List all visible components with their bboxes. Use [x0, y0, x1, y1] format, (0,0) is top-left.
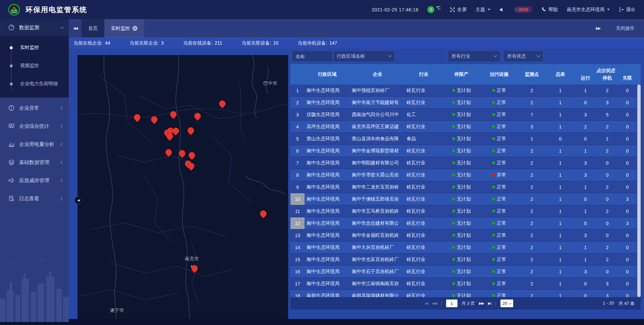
cell-industry: 砖瓦行业 — [405, 278, 442, 289]
pagination-summary: 1 - 20 共 47 条 — [603, 301, 635, 307]
table-row[interactable]: 17 阆中生态环境局 阆中市江南镇阆南页岩 砖瓦行业 无计划 — [290, 278, 637, 290]
last-page-button[interactable]: ▶| — [488, 301, 491, 306]
bell-icon — [514, 7, 519, 12]
cell-monitor-count: 2 — [518, 217, 546, 229]
status-dot-icon — [492, 161, 495, 164]
status-filter-select[interactable]: 所有状态 — [503, 51, 543, 62]
sidebar-item-video-monitoring[interactable]: 视频监控 — [0, 57, 69, 75]
industry-filter-select[interactable]: 所有行业 — [448, 51, 500, 62]
region-filter-select[interactable]: 行政区域名称 — [333, 51, 395, 62]
table-header: 行政区域 企业 行业 停限产 治污设施 监测点 总表 点位状态 运行 停机 失联 — [290, 64, 641, 85]
prev-page-button[interactable]: ◀◀ — [432, 301, 437, 306]
sidebar-item-power-load-detail[interactable]: 企业电力负荷明细 — [0, 75, 69, 93]
cell-plan-status: 无计划 — [442, 241, 481, 253]
sidebar-item-emergency-reduction[interactable]: 应急减排管理 — [0, 171, 69, 189]
table-row[interactable]: 1 阆中生态环境局 阆中强锐页岩砖厂 砖瓦行业 无计划 — [290, 85, 637, 97]
row-index: 15 — [290, 254, 305, 265]
name-search-input[interactable] — [296, 54, 329, 59]
cell-run-count: 1 — [575, 181, 596, 193]
cell-stop-count: 0 — [596, 169, 618, 181]
table-row[interactable]: 3 仪陇生态环境局 西南油气田分公司川中 化工 无计划 — [290, 109, 637, 121]
table-row[interactable]: 7 阆中生态环境局 阆中明阳建材有限公司 砖瓦行业 无计划 — [290, 157, 637, 169]
table-row[interactable]: 4 高坪生态环境局 南充市高坪区王家店建 砖瓦行业 无计划 — [290, 121, 637, 133]
cell-lost-count: 0 — [618, 266, 637, 277]
sidebar-item-enterprise-abnormal[interactable]: 企业异常 — [0, 99, 69, 117]
logout-button[interactable]: 退出 — [619, 7, 635, 13]
close-tab-icon[interactable]: ✕ — [132, 26, 138, 31]
page-number-input[interactable] — [446, 300, 458, 307]
sidebar-item-data-monitoring[interactable]: 数据监测 — [0, 19, 69, 36]
workspace: ◀◀ 首页 实时监控 ✕ ▶▶ 关闭操作 当前在线企业: 44 — [69, 19, 644, 322]
next-page-button[interactable]: ▶▶ — [479, 301, 484, 306]
cell-plan-status: 无计划 — [442, 205, 481, 217]
status-dot-icon — [492, 185, 495, 188]
name-filter-field[interactable] — [292, 51, 333, 62]
status-dot-icon — [492, 149, 495, 152]
help-button[interactable]: 帮助 — [541, 7, 558, 13]
cell-facility-status: 正常 — [481, 145, 518, 157]
table-row[interactable]: 14 阆中生态环境局 阆中大兴页岩机砖厂 砖瓦行业 无计划 — [290, 241, 637, 254]
table-row[interactable]: 5 营山生态环境局 营山县润丰肉食品有限 食品 无计划 — [290, 133, 637, 145]
pagination-bar: |◀ ◀◀ | 共 3 页 ▶▶ ▶| | 20 1 — [290, 297, 641, 310]
cell-industry: 食品 — [405, 133, 442, 145]
chevron-down-icon — [493, 54, 497, 57]
sidebar-item-realtime-monitoring[interactable]: 实时监控 — [0, 39, 69, 57]
notifications-button[interactable]: 2632 — [514, 6, 532, 13]
table-row[interactable]: 15 阆中生态环境局 阆中市光富页岩机砖厂 砖瓦行业 无计划 — [290, 254, 637, 266]
sidebar-item-log-view[interactable]: 日志查看 — [0, 189, 69, 208]
cell-enterprise: 阆中市南方节能建材有 — [350, 97, 405, 108]
col-stop: 停机 — [596, 75, 618, 81]
theme-button[interactable]: 主题 — [476, 7, 490, 13]
table-row[interactable]: 9 阆中生态环境局 阆中市二龙长宝页岩砖 砖瓦行业 无计划 — [290, 181, 637, 193]
fullscreen-button[interactable]: 全屏 — [450, 7, 467, 13]
chevron-left-icon — [61, 143, 64, 146]
tab-home[interactable]: 首页 — [82, 19, 104, 38]
table-row[interactable]: 2 阆中生态环境局 阆中市南方节能建材有 砖瓦行业 无计划 — [290, 97, 637, 109]
first-page-button[interactable]: |◀ — [425, 301, 428, 306]
app-window: 环保用电监管系统 2021-02-25 17:46:18 0 ℃ 全屏 主题 — [0, 0, 644, 325]
tabs-scroll-right-button[interactable]: ▶▶ — [592, 26, 604, 31]
table-row[interactable]: 13 阆中生态环境局 阆中市金福旺页岩机砖 砖瓦行业 无计划 — [290, 229, 637, 241]
row-index: 13 — [290, 229, 305, 241]
table-row[interactable]: 8 阆中生态环境局 阆中市枣碧大梁山页岩 砖瓦行业 无计划 — [290, 169, 637, 181]
temperature-badge: 0 — [427, 6, 434, 13]
row-index: 4 — [290, 121, 305, 132]
panel-collapse-button[interactable]: ◀ — [74, 196, 83, 204]
sidebar-item-electricity-analysis[interactable]: 企业用电量分析 — [0, 135, 69, 153]
cell-lost-count: 0 — [618, 290, 637, 297]
cell-meter-count: 1 — [546, 266, 575, 277]
cell-facility-status: 正常 — [481, 121, 518, 132]
table-row[interactable]: 11 阆中生态环境局 阆中市五马桥页岩机砖 砖瓦行业 无计划 — [290, 205, 637, 217]
table-body-viewport: 1 阆中生态环境局 阆中强锐页岩砖厂 砖瓦行业 无计划 — [290, 85, 641, 297]
sidebar-item-enterprise-statistics[interactable]: 企业综合统计 — [0, 117, 69, 135]
cell-lost-count: 3 — [618, 193, 637, 205]
cell-plan-status: 无计划 — [442, 85, 481, 96]
sidebar-item-base-data[interactable]: 基础数据管理 — [0, 153, 69, 171]
row-index: 12 — [290, 217, 305, 229]
cell-lost-count: 0 — [618, 145, 637, 157]
cell-monitor-count: 2 — [518, 193, 546, 205]
cell-monitor-count: 2 — [518, 145, 546, 157]
table-scrollbar[interactable] — [637, 85, 641, 297]
cell-stop-count: 0 — [596, 217, 618, 229]
cell-region: 阆中生态环境局 — [305, 241, 350, 253]
col-lost: 失联 — [618, 75, 637, 81]
tab-realtime-monitoring[interactable]: 实时监控 ✕ — [104, 19, 144, 38]
table-row[interactable]: 12 阆中生态环境局 阆中市忠信建材有限公 砖瓦行业 无计划 — [290, 217, 637, 229]
cell-enterprise: 阆中明阳建材有限公司 — [350, 157, 405, 169]
tabs-scroll-left-button[interactable]: ◀◀ — [69, 19, 82, 38]
close-operations-button[interactable]: 关闭操作 — [616, 25, 635, 32]
org-menu[interactable]: 南充市生态环境局 — [567, 7, 610, 13]
table-row[interactable]: 6 阆中生态环境局 阆中市金博瑞新型墙材 砖瓦行业 无计划 — [290, 145, 637, 157]
status-dot-icon — [492, 113, 495, 116]
table-row[interactable]: 10 阆中生态环境局 阆中千佛镇五郎垭页岩 砖瓦行业 无计划 — [290, 193, 637, 205]
cell-meter-count: 1 — [546, 181, 575, 193]
table-row[interactable]: 16 阆中生态环境局 阆中市石子页岩机砖厂 砖瓦行业 无计划 — [290, 266, 637, 278]
page-size-select[interactable]: 20 — [500, 300, 513, 307]
cell-run-count: 3 — [575, 229, 596, 241]
status-dot-icon — [452, 161, 455, 164]
col-enterprise: 企业 — [350, 64, 405, 85]
mute-button[interactable] — [499, 7, 504, 12]
table-row[interactable]: 18 南部生态环境局 南部县瑞华建材有限公 砖瓦行业 无计划 — [290, 290, 637, 297]
tab-bar: ◀◀ 首页 实时监控 ✕ ▶▶ 关闭操作 — [69, 19, 644, 38]
